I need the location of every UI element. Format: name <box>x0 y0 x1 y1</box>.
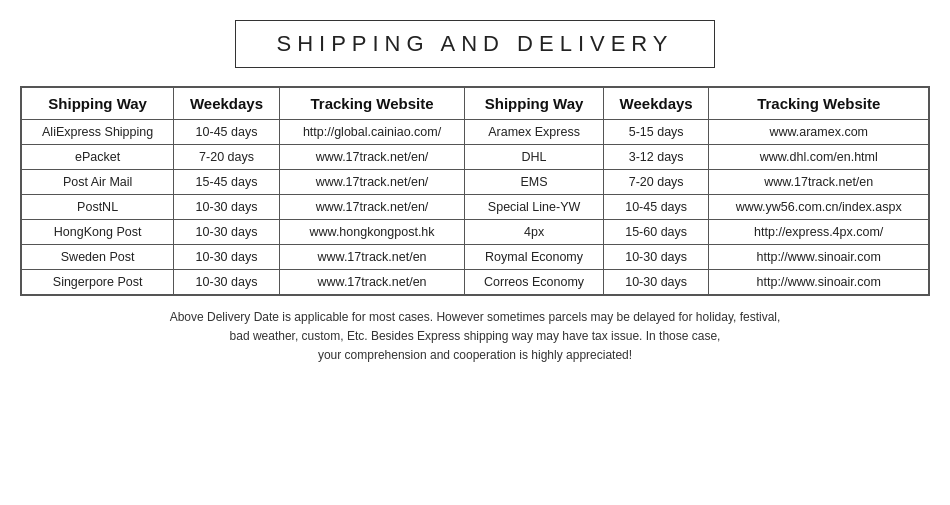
cell-r0-c0: AliExpress Shipping <box>22 120 174 145</box>
cell-r4-c4: 15-60 days <box>603 220 709 245</box>
cell-r0-c1: 10-45 days <box>174 120 280 145</box>
shipping-table-wrapper: Shipping WayWeekdaysTracking WebsiteShip… <box>20 86 930 296</box>
cell-r2-c5: www.17track.net/en <box>709 170 929 195</box>
cell-r5-c3: Roymal Economy <box>465 245 604 270</box>
cell-r2-c2: www.17track.net/en/ <box>279 170 464 195</box>
cell-r4-c5: http://express.4px.com/ <box>709 220 929 245</box>
cell-r4-c3: 4px <box>465 220 604 245</box>
page-title: SHIPPING AND DELIVERY <box>276 31 673 57</box>
cell-r0-c5: www.aramex.com <box>709 120 929 145</box>
cell-r6-c2: www.17track.net/en <box>279 270 464 295</box>
cell-r5-c2: www.17track.net/en <box>279 245 464 270</box>
cell-r6-c4: 10-30 days <box>603 270 709 295</box>
cell-r1-c2: www.17track.net/en/ <box>279 145 464 170</box>
table-row: AliExpress Shipping10-45 dayshttp://glob… <box>22 120 929 145</box>
cell-r1-c1: 7-20 days <box>174 145 280 170</box>
shipping-table: Shipping WayWeekdaysTracking WebsiteShip… <box>21 87 929 295</box>
col-weekdays-2: Weekdays <box>603 88 709 120</box>
cell-r3-c4: 10-45 days <box>603 195 709 220</box>
cell-r2-c1: 15-45 days <box>174 170 280 195</box>
cell-r3-c0: PostNL <box>22 195 174 220</box>
cell-r3-c1: 10-30 days <box>174 195 280 220</box>
cell-r1-c4: 3-12 days <box>603 145 709 170</box>
cell-r5-c5: http://www.sinoair.com <box>709 245 929 270</box>
cell-r0-c3: Aramex Express <box>465 120 604 145</box>
col-shipping-way-2: Shipping Way <box>465 88 604 120</box>
col-tracking-2: Tracking Website <box>709 88 929 120</box>
col-shipping-way-1: Shipping Way <box>22 88 174 120</box>
cell-r6-c3: Correos Economy <box>465 270 604 295</box>
cell-r2-c0: Post Air Mail <box>22 170 174 195</box>
cell-r0-c4: 5-15 days <box>603 120 709 145</box>
table-header-row: Shipping WayWeekdaysTracking WebsiteShip… <box>22 88 929 120</box>
table-row: ePacket7-20 dayswww.17track.net/en/DHL3-… <box>22 145 929 170</box>
footer-note: Above Delivery Date is applicable for mo… <box>170 308 781 366</box>
cell-r2-c4: 7-20 days <box>603 170 709 195</box>
cell-r5-c0: Sweden Post <box>22 245 174 270</box>
cell-r3-c3: Special Line-YW <box>465 195 604 220</box>
table-row: Post Air Mail15-45 dayswww.17track.net/e… <box>22 170 929 195</box>
col-weekdays-1: Weekdays <box>174 88 280 120</box>
table-row: Singerpore Post10-30 dayswww.17track.net… <box>22 270 929 295</box>
cell-r6-c0: Singerpore Post <box>22 270 174 295</box>
cell-r0-c2: http://global.cainiao.com/ <box>279 120 464 145</box>
table-row: PostNL10-30 dayswww.17track.net/en/Speci… <box>22 195 929 220</box>
cell-r2-c3: EMS <box>465 170 604 195</box>
cell-r4-c1: 10-30 days <box>174 220 280 245</box>
cell-r1-c0: ePacket <box>22 145 174 170</box>
cell-r4-c0: HongKong Post <box>22 220 174 245</box>
table-row: HongKong Post10-30 dayswww.hongkongpost.… <box>22 220 929 245</box>
col-tracking-1: Tracking Website <box>279 88 464 120</box>
cell-r4-c2: www.hongkongpost.hk <box>279 220 464 245</box>
cell-r3-c2: www.17track.net/en/ <box>279 195 464 220</box>
cell-r6-c5: http://www.sinoair.com <box>709 270 929 295</box>
cell-r1-c5: www.dhl.com/en.html <box>709 145 929 170</box>
title-box: SHIPPING AND DELIVERY <box>235 20 714 68</box>
cell-r5-c1: 10-30 days <box>174 245 280 270</box>
cell-r1-c3: DHL <box>465 145 604 170</box>
cell-r3-c5: www.yw56.com.cn/index.aspx <box>709 195 929 220</box>
cell-r6-c1: 10-30 days <box>174 270 280 295</box>
cell-r5-c4: 10-30 days <box>603 245 709 270</box>
table-row: Sweden Post10-30 dayswww.17track.net/enR… <box>22 245 929 270</box>
